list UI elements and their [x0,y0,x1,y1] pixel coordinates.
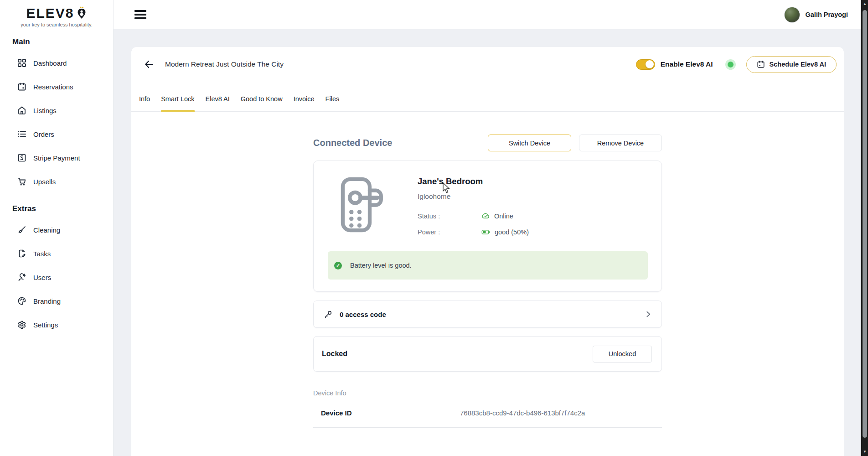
device-id-label: Device ID [321,409,460,417]
palette-icon [17,296,26,306]
tab-smart-lock[interactable]: Smart Lock [161,95,194,111]
sidebar-item-orders[interactable]: Orders [0,122,113,146]
device-brand: Igloohome [418,192,529,201]
sidebar-item-upsells[interactable]: Upsells [0,170,113,193]
ai-status-dot [728,62,734,67]
smart-lock-section: Connected Device Switch Device Remove De… [313,135,662,428]
status-value: Online [494,212,513,220]
device-name: Jane's Bedroom [418,176,529,187]
status-label: Status : [418,212,481,220]
sidebar-item-label: Listings [33,107,57,114]
battery-icon [481,228,491,236]
device-id-value: 76883cb8-ccd9-47dc-b496-613bf7f74c2a [460,409,585,417]
back-button[interactable] [141,57,157,72]
brand-name: ELEV8 [26,5,74,21]
device-card: Jane's Bedroom Igloohome Status : Online… [313,161,662,292]
sidebar-item-label: Upsells [33,178,56,186]
power-value: good (50%) [495,228,529,236]
schedule-button-label: Schedule Elev8 AI [770,61,826,68]
tab-good-to-know[interactable]: Good to Know [241,95,283,111]
cloud-check-icon [481,212,490,220]
device-status-row: Status : Online [418,212,529,220]
hamburger-menu-icon[interactable] [134,10,146,19]
sidebar-item-label: Users [33,274,51,281]
sidebar-item-label: Tasks [33,250,51,258]
tab-invoice[interactable]: Invoice [294,95,315,111]
sidebar-item-stripe-payment[interactable]: Stripe Payment [0,146,113,170]
check-circle-icon: ✓ [334,262,342,269]
sidebar-item-dashboard[interactable]: Dashboard [0,51,113,75]
device-id-row: Device ID 76883cb8-ccd9-47dc-b496-613bf7… [313,409,662,428]
user-plus-icon [17,273,26,282]
broom-icon [17,225,26,234]
sidebar-item-label: Orders [33,130,54,138]
brand-logo[interactable]: ELEV8 your key to seamless hospitality. [0,0,113,27]
sidebar-item-label: Branding [33,297,61,305]
sidebar-item-cleaning[interactable]: Cleaning [0,218,113,242]
connected-device-title: Connected Device [313,138,392,148]
sidebar-item-tasks[interactable]: Tasks [0,242,113,265]
unlock-button[interactable]: Unlocked [593,346,652,363]
chevron-right-icon [644,310,652,318]
sidebar-main-list: Dashboard Reservations Listings Orders S… [0,51,113,193]
schedule-elev8-ai-button[interactable]: Schedule Elev8 AI [746,56,837,73]
gear-icon [17,320,26,329]
content-background: Modern Retreat Just Outside The City Ena… [114,29,861,456]
list-icon [17,130,26,139]
scroll-down-arrow-icon[interactable]: ▼ [862,450,868,454]
calendar-icon [17,82,26,91]
battery-banner-text: Battery level is good. [350,262,412,269]
calendar-icon [757,60,765,68]
sidebar-section-extras: Extras [0,204,113,213]
device-power-row: Power : good (50%) [418,228,529,236]
connected-device-header: Connected Device Switch Device Remove De… [313,135,662,151]
tab-bar: Info Smart Lock Elev8 AI Good to Know In… [131,95,844,112]
power-label: Power : [418,228,481,236]
key-icon [324,310,332,319]
access-code-row[interactable]: 0 access code [313,301,662,328]
switch-device-button[interactable]: Switch Device [488,135,571,151]
scrollbar[interactable]: ▲ ▼ [861,0,868,456]
access-code-label: 0 access code [340,311,386,318]
smart-lock-icon [339,176,386,236]
sidebar-item-users[interactable]: Users [0,265,113,289]
user-name[interactable]: Galih Prayogi [806,11,848,18]
brand-pin-crown-icon [76,5,87,19]
tab-files[interactable]: Files [326,95,340,111]
sidebar-item-settings[interactable]: Settings [0,313,113,337]
back-arrow-icon [144,59,154,69]
sidebar-item-listings[interactable]: Listings [0,98,113,122]
sidebar-section-main: Main [0,37,113,47]
dashboard-grid-icon [17,58,26,67]
topbar: Galih Prayogi [114,0,861,29]
lock-state-label: Locked [322,350,347,358]
content-card: Modern Retreat Just Outside The City Ena… [131,47,844,456]
sidebar-item-branding[interactable]: Branding [0,289,113,313]
title-actions: Enable Elev8 AI Schedule Elev8 AI [636,56,837,73]
scroll-up-arrow-icon[interactable]: ▲ [862,2,868,6]
enable-elev8-ai-label: Enable Elev8 AI [661,60,713,68]
battery-status-banner: ✓ Battery level is good. [328,251,648,280]
page-title-row: Modern Retreat Just Outside The City Ena… [141,56,837,73]
device-info-block: Jane's Bedroom Igloohome Status : Online… [418,176,529,236]
sidebar-item-label: Reservations [33,83,73,91]
sidebar-item-label: Stripe Payment [33,154,80,162]
toggle-knob [646,60,654,68]
sidebar-item-label: Dashboard [33,59,67,67]
scrollbar-thumb[interactable] [863,10,867,438]
avatar[interactable] [784,7,800,23]
enable-elev8-ai-toggle[interactable] [636,59,655,70]
tab-elev8-ai[interactable]: Elev8 AI [206,95,230,111]
lock-state-row: Locked Unlocked [313,336,662,372]
remove-device-button[interactable]: Remove Device [579,135,662,151]
page-title: Modern Retreat Just Outside The City [165,60,284,68]
brand-tagline: your key to seamless hospitality. [0,22,113,27]
sidebar: ELEV8 your key to seamless hospitality. … [0,0,114,456]
home-icon [17,106,26,115]
sidebar-item-reservations[interactable]: Reservations [0,75,113,98]
tab-info[interactable]: Info [139,95,150,111]
sidebar-item-label: Settings [33,321,58,329]
device-info-section-label: Device Info [313,389,662,397]
sidebar-extras-list: Cleaning Tasks Users Branding Settings [0,218,113,337]
cart-icon [17,177,26,186]
